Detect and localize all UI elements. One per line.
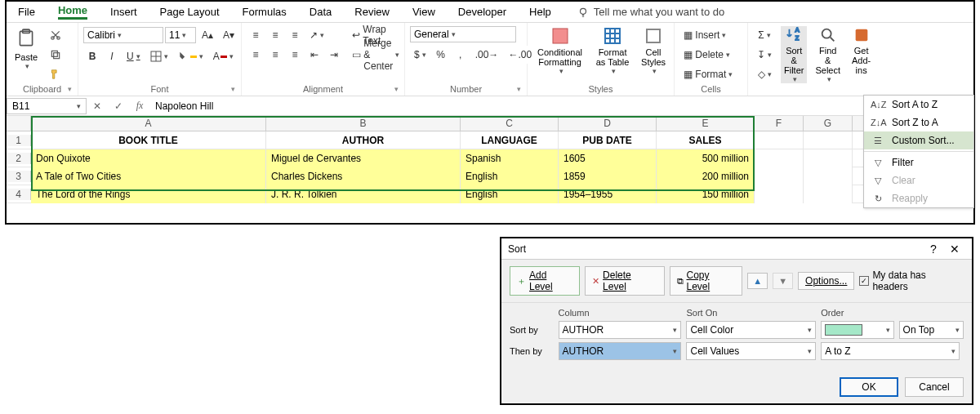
- menu-custom-sort[interactable]: ☰Custom Sort...: [864, 131, 973, 149]
- cell[interactable]: [804, 185, 853, 203]
- tab-insert[interactable]: Insert: [99, 2, 149, 21]
- cell[interactable]: 500 million: [657, 149, 755, 167]
- cell[interactable]: English: [461, 167, 559, 185]
- row-header[interactable]: 3: [7, 171, 31, 182]
- col-header-g[interactable]: G: [804, 116, 853, 131]
- select-all-corner[interactable]: [7, 116, 31, 131]
- percent-button[interactable]: %: [432, 46, 450, 64]
- cell[interactable]: AUTHOR: [266, 131, 461, 149]
- align-top-button[interactable]: ≡: [247, 26, 265, 44]
- number-launcher[interactable]: ▾: [514, 84, 523, 94]
- merge-center-button[interactable]: ▭ Merge & Center▾: [348, 46, 403, 64]
- sortby-order-color-select[interactable]: ▾: [821, 321, 893, 339]
- insert-function-button[interactable]: fx: [129, 100, 150, 112]
- underline-button[interactable]: U▾: [122, 47, 145, 65]
- col-header-c[interactable]: C: [461, 116, 559, 131]
- cell[interactable]: [755, 149, 804, 167]
- thenby-column-select[interactable]: AUTHOR▾: [559, 342, 682, 360]
- help-button[interactable]: ?: [923, 243, 944, 256]
- sortby-column-select[interactable]: AUTHOR▾: [559, 321, 682, 339]
- tab-view[interactable]: View: [401, 2, 447, 21]
- tell-me-search[interactable]: Tell me what you want to do: [577, 6, 724, 18]
- alignment-launcher[interactable]: ▾: [391, 84, 401, 94]
- cut-button[interactable]: [46, 26, 65, 44]
- align-left-button[interactable]: ≡: [247, 46, 265, 64]
- cell[interactable]: Spanish: [461, 149, 559, 167]
- comma-button[interactable]: ,: [452, 46, 470, 64]
- bold-button[interactable]: B: [83, 47, 101, 65]
- tab-developer[interactable]: Developer: [447, 2, 518, 21]
- close-button[interactable]: ✕: [944, 243, 965, 256]
- number-format-select[interactable]: General▾: [410, 26, 516, 42]
- cell[interactable]: Don Quixote: [31, 149, 266, 167]
- font-name-select[interactable]: Calibri▾: [83, 27, 163, 43]
- add-level-button[interactable]: ＋Add Level: [510, 266, 580, 296]
- cell[interactable]: The Lord of the Rings: [31, 185, 266, 203]
- format-as-table-button[interactable]: Format as Table▾: [592, 26, 633, 75]
- font-color-button[interactable]: A▾: [209, 47, 238, 65]
- worksheet-grid[interactable]: A B C D E F G 1 BOOK TITLE AUTHOR LANGUA…: [7, 116, 973, 203]
- cell[interactable]: 1954–1955: [559, 185, 657, 203]
- cell[interactable]: [755, 167, 804, 185]
- tab-help[interactable]: Help: [518, 2, 563, 21]
- paste-button[interactable]: Paste ▾: [11, 26, 41, 70]
- move-up-button[interactable]: ▲: [747, 273, 768, 289]
- row-header[interactable]: 2: [7, 153, 31, 164]
- accounting-button[interactable]: $▾: [410, 46, 430, 64]
- cell[interactable]: [804, 131, 853, 149]
- cell[interactable]: 200 million: [657, 167, 755, 185]
- cell[interactable]: 1605: [559, 149, 657, 167]
- cell[interactable]: English: [461, 185, 559, 203]
- get-addins-button[interactable]: Get Add-ins: [849, 26, 874, 75]
- cell[interactable]: Miguel de Cervantes: [266, 149, 461, 167]
- cell-styles-button[interactable]: Cell Styles▾: [638, 26, 669, 75]
- cell[interactable]: 150 million: [657, 185, 755, 203]
- align-middle-button[interactable]: ≡: [266, 26, 284, 44]
- cell[interactable]: PUB DATE: [559, 131, 657, 149]
- tab-formulas[interactable]: Formulas: [231, 2, 298, 21]
- cell[interactable]: Charles Dickens: [266, 167, 461, 185]
- borders-button[interactable]: ▾: [146, 47, 172, 65]
- increase-decimal-button[interactable]: .00→: [471, 46, 503, 64]
- tab-data[interactable]: Data: [298, 2, 343, 21]
- conditional-formatting-button[interactable]: Conditional Formatting▾: [532, 26, 587, 75]
- row-header[interactable]: 1: [7, 135, 31, 146]
- cell[interactable]: BOOK TITLE: [31, 131, 266, 149]
- increase-font-button[interactable]: A▴: [198, 26, 217, 44]
- cell[interactable]: [804, 167, 853, 185]
- row-header[interactable]: 4: [7, 189, 31, 200]
- cell[interactable]: SALES: [657, 131, 755, 149]
- thenby-order-select[interactable]: A to Z▾: [821, 342, 960, 360]
- tab-page-layout[interactable]: Page Layout: [149, 2, 231, 21]
- ok-button[interactable]: OK: [840, 377, 898, 397]
- delete-level-button[interactable]: ✕Delete Level: [585, 266, 664, 296]
- cancel-edit-button[interactable]: ✕: [87, 100, 108, 112]
- menu-sort-za[interactable]: Z↓ASort Z to A: [864, 114, 973, 131]
- cell[interactable]: 1859: [559, 167, 657, 185]
- col-header-b[interactable]: B: [266, 116, 461, 131]
- menu-filter[interactable]: ▽Filter: [864, 154, 973, 171]
- font-size-select[interactable]: 11▾: [165, 27, 196, 43]
- find-select-button[interactable]: Find & Select▾: [812, 26, 844, 83]
- cell[interactable]: A Tale of Two Cities: [31, 167, 266, 185]
- move-down-button[interactable]: ▼: [773, 273, 793, 289]
- clear-button[interactable]: ◇▾: [753, 65, 776, 83]
- delete-cells-button[interactable]: ▦ Delete▾: [679, 46, 734, 64]
- col-header-e[interactable]: E: [657, 116, 755, 131]
- tab-review[interactable]: Review: [343, 2, 401, 21]
- enter-edit-button[interactable]: ✓: [108, 100, 129, 112]
- italic-button[interactable]: I: [103, 47, 121, 65]
- format-cells-button[interactable]: ▦ Format▾: [679, 65, 737, 83]
- copy-button[interactable]: [46, 46, 65, 64]
- increase-indent-button[interactable]: ⇥: [325, 46, 343, 64]
- fill-button[interactable]: ↧▾: [753, 46, 776, 64]
- cell[interactable]: [755, 131, 804, 149]
- copy-level-button[interactable]: ⧉Copy Level: [670, 266, 743, 296]
- col-header-d[interactable]: D: [559, 116, 657, 131]
- data-has-headers-checkbox[interactable]: ✓ My data has headers: [859, 269, 964, 292]
- format-painter-button[interactable]: [46, 65, 65, 83]
- cell[interactable]: [755, 185, 804, 203]
- thenby-sorton-select[interactable]: Cell Values▾: [686, 342, 816, 360]
- align-bottom-button[interactable]: ≡: [286, 26, 304, 44]
- align-right-button[interactable]: ≡: [286, 46, 304, 64]
